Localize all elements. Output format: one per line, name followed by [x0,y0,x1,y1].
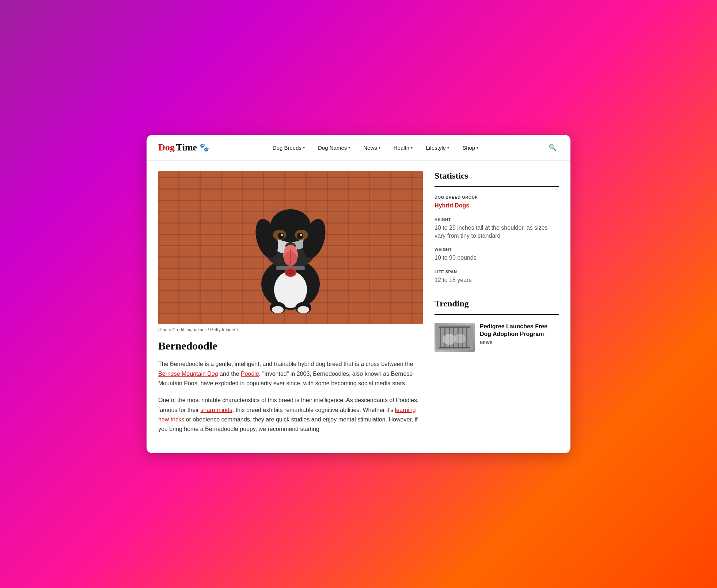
svg-rect-28 [440,327,441,348]
header: DogTime🐾 Dog Breeds ▾ Dog Names ▾ News ▾… [147,135,570,161]
article-title: Bernedoodle [158,340,423,352]
logo-dog: Dog [158,142,175,153]
dog-image-wrapper [158,171,423,324]
statistics-divider [435,186,559,187]
poodle-link[interactable]: Poodle [241,371,259,377]
nav-shop[interactable]: Shop ▾ [457,142,483,154]
chevron-down-icon: ▾ [477,146,478,150]
trending-card-info: Pedigree Launches Free Dog Adoption Prog… [480,323,559,345]
logo-time: Time [176,142,197,153]
stat-weight: WEIGHT 10 to 90 pounds [435,247,559,262]
nav-lifestyle[interactable]: Lifestyle ▾ [421,142,454,154]
search-button[interactable]: 🔍 [546,141,559,154]
trending-card-1[interactable]: Pedigree Launches Free Dog Adoption Prog… [435,323,559,352]
dog-illustration [243,182,338,313]
svg-point-38 [455,334,466,343]
svg-point-21 [286,269,295,276]
svg-point-13 [300,234,302,236]
stat-weight-label: WEIGHT [435,247,559,252]
stat-lifespan: LIFE SPAN 12 to 18 years [435,270,559,284]
logo[interactable]: DogTime🐾 [158,142,209,153]
logo-paw: 🐾 [199,143,209,152]
svg-rect-36 [439,347,470,348]
stat-breed-group-label: DOG BREED GROUP [435,195,559,199]
stat-lifespan-label: LIFE SPAN [435,270,559,274]
nav-news[interactable]: News ▾ [358,142,386,154]
svg-point-12 [281,234,283,236]
page-container: DogTime🐾 Dog Breeds ▾ Dog Names ▾ News ▾… [147,135,570,453]
main-content: (Photo Credit: mariakbell / Getty Images… [147,161,570,453]
right-column: Statistics DOG BREED GROUP Hybrid Dogs H… [435,171,559,442]
trending-card-title: Pedigree Launches Free Dog Adoption Prog… [480,323,559,338]
trending-section: Trending [435,299,559,352]
stat-height: HEIGHT 10 to 29 inches tall at the shoul… [435,217,559,240]
svg-rect-34 [466,327,467,348]
search-icon: 🔍 [549,144,557,151]
statistics-section: Statistics DOG BREED GROUP Hybrid Dogs H… [435,171,559,284]
svg-point-11 [297,233,303,239]
stat-breed-group: DOG BREED GROUP Hybrid Dogs [435,195,559,210]
main-nav: Dog Breeds ▾ Dog Names ▾ News ▾ Health ▾… [224,142,527,154]
stat-lifespan-value: 12 to 18 years [435,276,559,284]
chevron-down-icon: ▾ [348,146,350,150]
photo-credit: (Photo Credit: mariakbell / Getty Images… [158,327,423,332]
nav-dog-names[interactable]: Dog Names ▾ [313,142,355,154]
trending-divider [435,314,559,315]
nav-dog-breeds[interactable]: Dog Breeds ▾ [268,142,310,154]
left-column: (Photo Credit: mariakbell / Getty Images… [158,171,423,442]
stat-breed-group-value: Hybrid Dogs [435,202,559,210]
dog-image [158,171,423,324]
chevron-down-icon: ▾ [379,146,380,150]
article-body: The Bernedoodle is a gentle, intelligent… [158,359,423,434]
trending-thumbnail-image [435,323,475,352]
trending-title: Trending [435,299,559,309]
article-paragraph-2: One of the most notable characteristics … [158,396,423,434]
svg-rect-35 [439,327,470,328]
chevron-down-icon: ▾ [447,146,449,150]
bernese-mountain-dog-link[interactable]: Bernese Mountain Dog [158,371,218,377]
svg-point-37 [443,334,456,345]
nav-health[interactable]: Health ▾ [388,142,418,154]
stat-height-label: HEIGHT [435,217,559,222]
article-paragraph-1: The Bernedoodle is a gentle, intelligent… [158,359,423,388]
learning-new-tricks-link[interactable]: learning new tricks [158,407,416,423]
trending-card-tag: NEWS [480,340,559,345]
svg-point-25 [297,306,309,313]
stat-weight-value: 10 to 90 pounds [435,254,559,262]
svg-point-24 [272,306,284,313]
stat-height-value: 10 to 29 inches tall at the shoulder, as… [435,224,559,240]
chevron-down-icon: ▾ [411,146,413,150]
statistics-title: Statistics [435,171,559,181]
chevron-down-icon: ▾ [303,146,305,150]
svg-point-10 [278,233,284,239]
sharp-minds-link[interactable]: sharp minds [201,407,232,413]
trending-thumbnail [435,323,475,352]
